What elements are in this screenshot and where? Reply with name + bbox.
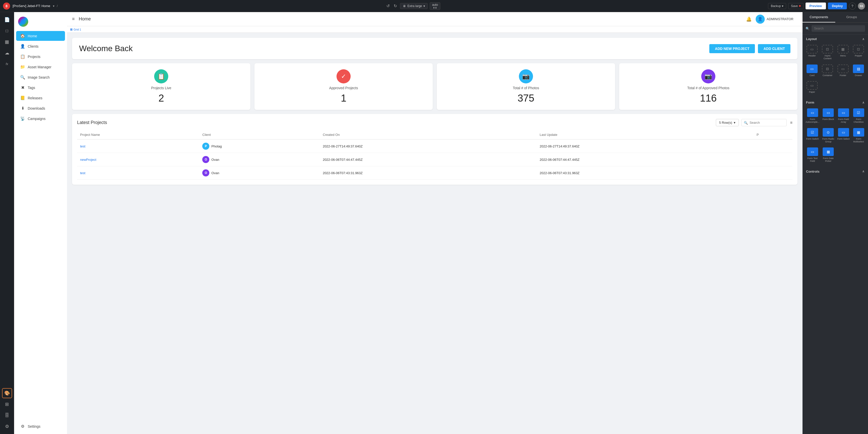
- sidebar-page-icon[interactable]: 📄: [2, 15, 12, 25]
- sidebar-settings-icon[interactable]: ⚙: [2, 422, 12, 432]
- bell-icon[interactable]: 🔔: [746, 17, 752, 22]
- sidebar-item-asset-manager[interactable]: 📁 Asset Manager: [16, 62, 65, 72]
- welcome-card: Welcome Back ADD NEW PROJECT ADD CLIENT: [72, 38, 798, 59]
- project-link[interactable]: test: [80, 171, 85, 175]
- sidebar-item-clients[interactable]: 👤 Clients: [16, 41, 65, 51]
- comp-label: Form Radio Group: [822, 138, 835, 143]
- layout-comp-footer[interactable]: ▭ Footer: [836, 63, 850, 78]
- tab-groups[interactable]: Groups: [835, 12, 868, 23]
- layout-comp-menu[interactable]: ▦ Menu: [836, 44, 850, 61]
- sidebar-cloud-icon[interactable]: ☁: [2, 48, 12, 58]
- comp-label: Container: [823, 74, 833, 77]
- form-comp-form-radio-group[interactable]: ⊙ Form Radio Group: [822, 126, 835, 145]
- comp-label: Form Autocomple...: [806, 118, 819, 123]
- sidebar-item-home[interactable]: 🏠 Home: [16, 31, 65, 41]
- layout-comp-header[interactable]: ▭ Header: [805, 44, 819, 61]
- layout-comp-drawer[interactable]: ▤ Drawer: [851, 63, 866, 78]
- project-chevron[interactable]: ▾: [53, 4, 54, 8]
- comp-icon: ▭: [838, 64, 848, 73]
- form-comp-form-checkbox[interactable]: ☑ Form Checkbox: [852, 107, 866, 125]
- settings-icon: ⚙: [20, 424, 25, 429]
- comp-label: Form Field Array: [837, 118, 849, 123]
- form-comp-form-switch[interactable]: ☑ Form Switch: [805, 126, 820, 145]
- form-comp-form-text-field[interactable]: ▭ Form Text Field: [805, 146, 820, 164]
- comp-icon: ⊙: [823, 128, 834, 137]
- project-link[interactable]: test: [80, 144, 85, 148]
- auto-selector[interactable]: auto ⬆⬇: [430, 2, 440, 10]
- backup-button[interactable]: Backup ▾: [768, 3, 786, 9]
- undo-button[interactable]: ↺: [385, 2, 391, 9]
- hamburger-icon[interactable]: ≡: [72, 17, 75, 22]
- right-search-icon: 🔍: [806, 27, 810, 30]
- tags-icon: ✖: [20, 85, 25, 90]
- comp-label: Form Switch: [806, 138, 819, 140]
- sidebar-item-settings[interactable]: ⚙ Settings: [16, 422, 65, 431]
- add-new-project-button[interactable]: ADD NEW PROJECT: [709, 44, 755, 53]
- comp-label: Form Date Picker: [822, 157, 835, 163]
- col-client: Client: [199, 130, 320, 139]
- add-client-button[interactable]: ADD CLIENT: [758, 44, 790, 53]
- col-project-name: Project Name: [77, 130, 199, 139]
- right-search-input[interactable]: [812, 25, 865, 32]
- comp-icon: ▭: [807, 81, 817, 90]
- header-user[interactable]: 👤 ADMINISTRATOR ▾: [756, 15, 798, 24]
- preview-button[interactable]: Preview: [806, 2, 826, 9]
- clients-label: Clients: [28, 45, 38, 48]
- layout-comp-paper[interactable]: ▭ Paper: [805, 80, 819, 95]
- sidebar-item-releases[interactable]: 📒 Releases: [16, 93, 65, 103]
- backup-label: Backup: [771, 4, 781, 8]
- sidebar-components-icon[interactable]: ▦: [2, 37, 12, 47]
- sidebar-code-icon[interactable]: { }: [2, 26, 12, 36]
- user-avatar[interactable]: SS: [858, 2, 865, 9]
- form-comp-form-multiselect[interactable]: ▦ Form Multiselect: [852, 126, 866, 145]
- row-selector-chevron: ▾: [734, 121, 736, 124]
- layout-comp-popper[interactable]: ⊡ Popper: [851, 44, 866, 61]
- comp-icon: ▭: [807, 147, 818, 156]
- form-comp-form-select[interactable]: ▭ Form Select: [837, 126, 850, 145]
- form-comp-form-field-array[interactable]: ▭ Form Field Array: [837, 107, 850, 125]
- projects-live-value: 2: [158, 92, 164, 104]
- filter-icon[interactable]: ≡: [790, 120, 793, 125]
- last-update-cell: 2022-06-06T07:44:47.445Z: [537, 153, 754, 166]
- total-photos-label: Total # of Photos: [513, 86, 539, 90]
- logo-icon: 🌀: [18, 17, 28, 27]
- sidebar-item-campaigns[interactable]: 📡 Campaigns: [16, 114, 65, 123]
- sidebar-item-downloads[interactable]: ⬇ Downloads: [16, 103, 65, 113]
- top-bar: 8 [ProServ] Jebel-FT: Home ▾ / ↺ ↻ 🖥 Ext…: [0, 0, 868, 12]
- sidebar-database-icon[interactable]: 🗄: [2, 410, 12, 421]
- controls-section-chevron[interactable]: ∧: [862, 170, 865, 173]
- comp-label: Header: [808, 54, 816, 57]
- device-selector[interactable]: 🖥 Extra large ▾: [400, 3, 428, 9]
- comp-icon: ▦: [853, 128, 864, 137]
- form-section-chevron[interactable]: ∧: [862, 101, 865, 104]
- sidebar-layout-icon[interactable]: ⊞: [2, 399, 12, 409]
- client-name: Photag: [211, 144, 222, 148]
- tab-components[interactable]: Components: [803, 12, 835, 23]
- layout-comp-container[interactable]: ⊟ Container: [820, 63, 835, 78]
- form-components-grid: ▭ Form Autocomple... ▭ Form Block ▭ Form…: [803, 106, 868, 167]
- sidebar-item-tags[interactable]: ✖ Tags: [16, 83, 65, 92]
- deploy-button[interactable]: Deploy: [828, 2, 847, 9]
- created-on-cell: 2022-06-06T07:43:31.963Z: [320, 166, 536, 180]
- project-link[interactable]: newProject: [80, 158, 96, 162]
- header-user-name: ADMINISTRATOR: [767, 17, 794, 21]
- extra-cell: [754, 139, 793, 153]
- breadcrumb-slash: /: [57, 4, 58, 8]
- help-button[interactable]: ?: [849, 2, 856, 9]
- sidebar-theme-icon[interactable]: 🎨: [2, 388, 12, 398]
- project-name-cell: test: [77, 166, 199, 180]
- search-input[interactable]: [741, 119, 787, 126]
- layout-comp-card[interactable]: ▭ Card: [805, 63, 819, 78]
- form-comp-form-autocomple[interactable]: ▭ Form Autocomple...: [805, 107, 820, 125]
- layout-section-chevron[interactable]: ∧: [862, 37, 865, 41]
- layout-comp-async-content[interactable]: ⊡ Async Content: [820, 44, 835, 61]
- sidebar-item-projects[interactable]: 📋 Projects: [16, 52, 65, 61]
- form-comp-form-block[interactable]: ▭ Form Block: [822, 107, 835, 125]
- redo-button[interactable]: ↻: [393, 2, 398, 9]
- form-comp-form-date-picker[interactable]: ▦ Form Date Picker: [822, 146, 835, 164]
- backup-chevron: ▾: [782, 4, 783, 8]
- save-button[interactable]: Save: [788, 3, 803, 9]
- sidebar-function-icon[interactable]: fx: [2, 59, 12, 69]
- sidebar-item-image-search[interactable]: 🔍 Image Search: [16, 72, 65, 82]
- row-selector[interactable]: 5 Row(s) ▾: [716, 119, 739, 126]
